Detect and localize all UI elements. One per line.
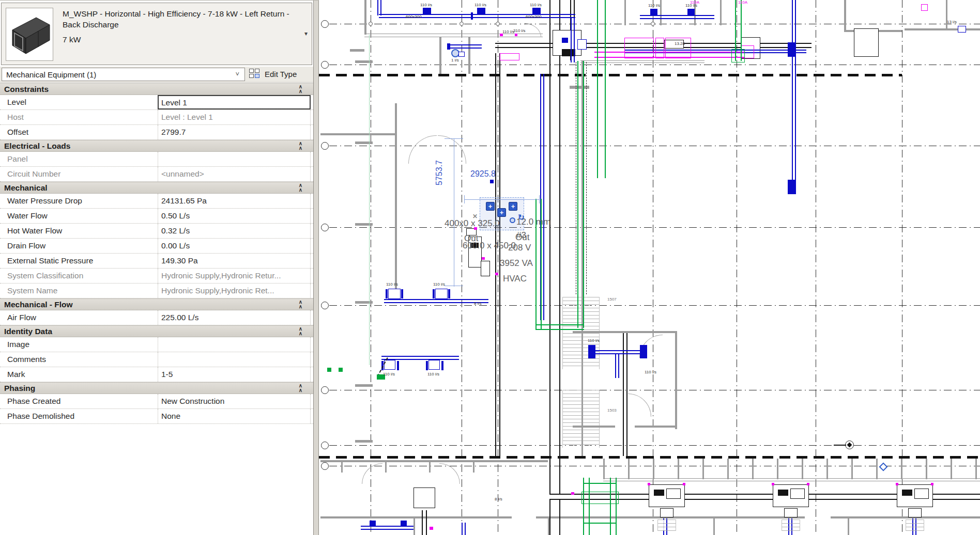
property-value-cell[interactable] (158, 352, 311, 367)
family-name: M_WSHP - Horizontal - High Efficiency - … (63, 8, 305, 30)
section-header[interactable]: Mechanical - Flow∧∧ (0, 298, 313, 310)
selection-handle[interactable] (510, 217, 515, 223)
property-value-cell[interactable]: 24131.65 Pa (158, 194, 311, 208)
property-value[interactable]: 149.30 Pa (161, 256, 198, 265)
property-value[interactable]: 1-5 (161, 370, 173, 379)
selection-handle[interactable]: + (509, 202, 517, 211)
valve-green (339, 368, 343, 372)
chevron-down-icon[interactable]: ▾ (304, 30, 308, 37)
property-value[interactable]: 0.32 L/s (161, 226, 190, 235)
property-value-cell[interactable]: 0.00 L/s (158, 239, 311, 253)
section-header[interactable]: Mechanical∧∧ (0, 182, 313, 194)
pipe-green (583, 61, 584, 328)
duct-size-tag: 13.28 (675, 41, 685, 46)
property-value-cell[interactable]: None (158, 409, 311, 423)
property-label: Water Pressure Drop (7, 196, 82, 206)
wall (355, 60, 373, 63)
dim-line (539, 195, 540, 203)
property-value[interactable]: Hydronic Supply,Hydronic Retur... (161, 271, 281, 280)
overlay-label: 3952 VA (500, 258, 533, 269)
category-combobox[interactable]: Mechanical Equipment (1) ˅ (2, 68, 245, 81)
dim-text-vertical[interactable]: 5753.7 (435, 160, 444, 185)
property-value-cell[interactable]: 1-5 (158, 367, 311, 382)
wall (395, 103, 397, 289)
wall (355, 440, 373, 443)
grid-line-v (462, 0, 462, 535)
wall (624, 0, 626, 25)
collapse-chevron-icon[interactable]: ∧∧ (299, 183, 302, 192)
property-row: System NameHydronic Supply,Hydronic Ret.… (0, 284, 313, 298)
property-value[interactable]: Level 1 (161, 98, 187, 107)
corridor-wall (320, 516, 512, 518)
fcu-inner (654, 490, 664, 496)
wall (414, 518, 415, 535)
property-value[interactable]: <unnamed> (161, 169, 204, 179)
property-value-cell[interactable] (158, 152, 311, 166)
property-value-cell[interactable]: New Construction (158, 394, 311, 408)
property-value-cell[interactable]: Level : Level 1 (158, 110, 311, 124)
property-value[interactable]: 0.00 L/s (161, 241, 190, 250)
section-header[interactable]: Constraints∧∧ (0, 83, 313, 95)
flange (401, 289, 403, 298)
tick (683, 483, 685, 485)
property-value[interactable]: New Construction (161, 397, 224, 406)
return-line (594, 57, 744, 58)
overlay-label: 400x0 x 325.0 (445, 218, 500, 229)
property-value-cell[interactable]: 2799.7 (158, 125, 311, 139)
property-value-cell[interactable]: Level 1 (158, 95, 311, 109)
property-value-cell[interactable]: 225.00 L/s (158, 310, 311, 325)
selection-handle[interactable]: + (497, 208, 506, 217)
element-dot (490, 180, 494, 183)
property-value-cell[interactable]: 0.50 L/s (158, 209, 311, 223)
flow-tag: 110 l/s (588, 338, 600, 343)
type-selector[interactable]: M_WSHP - Horizontal - High Efficiency - … (1, 3, 312, 65)
collapse-chevron-icon[interactable]: ∧∧ (299, 84, 302, 93)
wall (320, 460, 548, 462)
property-value[interactable]: 24131.65 Pa (161, 196, 207, 206)
section-header[interactable]: Identity Data∧∧ (0, 325, 313, 337)
dim-text-horizontal[interactable]: 2925.8 (470, 169, 496, 179)
property-value-cell[interactable]: 0.32 L/s (158, 224, 311, 238)
property-value[interactable]: Level : Level 1 (161, 113, 213, 122)
flange (588, 345, 595, 358)
wall (713, 518, 715, 535)
plan-view-canvas[interactable]: 5753.72925.8400x0 x 325.012.0 mm#3OutOut… (319, 0, 980, 535)
property-value-cell[interactable]: Hydronic Supply,Hydronic Ret... (158, 284, 311, 298)
property-label: Panel (7, 154, 28, 164)
deselect-icon[interactable]: ✕ (472, 213, 478, 220)
collapse-chevron-icon[interactable]: ∧∧ (299, 383, 302, 392)
fcu-grille (657, 520, 676, 531)
panel-splitter[interactable] (313, 1, 319, 535)
grid-line-v (498, 0, 498, 535)
collapse-chevron-icon[interactable]: ∧∧ (299, 326, 302, 336)
property-value-cell[interactable]: <unnamed> (158, 167, 311, 181)
duct-bottom (361, 526, 414, 530)
property-value[interactable]: Hydronic Supply,Hydronic Ret... (161, 286, 274, 295)
grid-line-v (737, 0, 737, 535)
property-value-cell[interactable]: Hydronic Supply,Hydronic Retur... (158, 269, 311, 283)
collapse-chevron-icon[interactable]: ∧∧ (299, 141, 302, 150)
property-value-cell[interactable] (158, 337, 311, 352)
section-header[interactable]: Phasing∧∧ (0, 382, 313, 394)
rotate-icon[interactable]: ↻ (518, 213, 525, 222)
property-value[interactable]: 225.00 L/s (161, 313, 198, 322)
property-value[interactable]: 2799.7 (161, 128, 186, 137)
property-value[interactable]: 0.50 L/s (161, 211, 190, 221)
property-label: Hot Water Flow (7, 226, 62, 235)
fcu-grille (782, 520, 800, 531)
wall (905, 28, 980, 30)
collapse-chevron-icon[interactable]: ∧∧ (299, 300, 302, 309)
wall (355, 301, 373, 304)
edit-type-button[interactable]: Edit Type (249, 68, 312, 81)
selector-bar: Mechanical Equipment (1) ˅ Edit Type (0, 67, 313, 83)
return-grille (500, 53, 519, 60)
duct-run (384, 299, 488, 303)
selection-handle[interactable]: + (486, 202, 495, 211)
property-value-cell[interactable]: 149.30 Pa (158, 254, 311, 268)
property-value[interactable]: None (161, 412, 180, 421)
grid-intersection (460, 22, 464, 26)
section-header[interactable]: Electrical - Loads∧∧ (0, 140, 313, 152)
diffuser (477, 8, 485, 14)
duct-run (381, 356, 459, 360)
property-row: Hot Water Flow0.32 L/s (0, 224, 313, 239)
